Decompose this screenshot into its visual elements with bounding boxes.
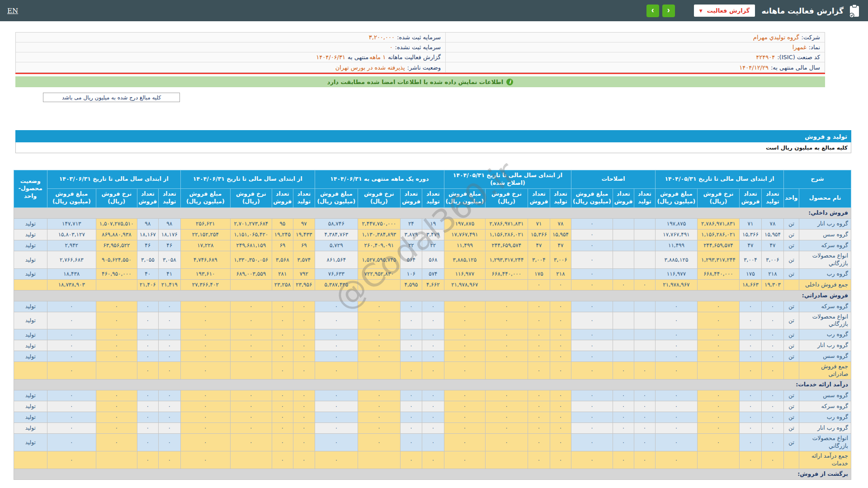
value-cell: ۰ [697,434,739,451]
value-cell: ۲۵۶,۶۲۱ [180,218,230,229]
value-cell: ۰ [422,329,444,340]
value-cell: ۱,۱۵۶,۲۸۶,۰۲۱ [485,229,528,240]
value-cell: ۰ [739,423,761,434]
value-cell: ۰ [400,312,422,329]
value-cell: ۰ [400,451,422,469]
info-value: ۴۲۴۹۰۴ [756,54,775,61]
status-cell: تولید [14,229,47,240]
value-cell [358,451,400,469]
value-cell [634,240,655,251]
value-cell: ۰ [180,362,230,380]
header-subcolumn: مبلغ فروش (میلیون ریال) [571,188,613,207]
value-cell: ۰ [485,340,528,351]
value-cell: ۰ [613,412,634,423]
value-cell: ۰ [158,434,180,451]
value-cell: ۶۶۸,۴۴۰,۰۰۰ [697,268,739,279]
value-cell: ۰ [358,301,400,312]
value-cell: ۱۱,۴۹۹ [655,240,697,251]
status-cell: تولید [14,312,47,329]
value-cell [613,351,634,362]
table-row: گروه سستن۱۵,۹۵۴۱۵,۳۶۶۱,۱۵۶,۲۸۶,۰۲۱۱۷,۷۶۷… [14,229,851,240]
report-nav-buttons: › ‹ [646,5,675,17]
value-cell: ۵,۳۸۷,۴۳۵ [315,279,358,290]
value-cell: ۰ [137,301,158,312]
value-cell: ۱,۵۲۷,۵۹۵,۷۴۵ [358,251,400,268]
value-cell: ۹۵ [272,218,293,229]
value-cell [613,329,634,340]
value-cell: ۱۹,۴۳۳ [293,229,315,240]
value-cell [613,312,634,329]
value-cell: ۰ [400,340,422,351]
value-cell: ۰ [293,412,315,423]
value-cell: ۰ [422,451,444,469]
value-cell: ۰ [761,340,783,351]
value-cell: ۰ [571,301,613,312]
value-cell: ۰ [137,340,158,351]
table-row: گروه ربتن۲۱۸۱۷۵۶۶۸,۴۴۰,۰۰۰۱۱۶,۹۷۷۰۲۱۸۱۷۵… [14,268,851,279]
header-subcolumn: تعداد تولید [422,188,444,207]
status-cell: تولید [14,412,47,423]
value-cell: ۰ [571,240,613,251]
value-cell: ۰ [528,312,550,329]
value-cell: ۰ [634,412,655,423]
value-cell: ۰ [550,351,571,362]
value-cell: ۶۶۸,۴۴۰,۰۰۰ [485,268,528,279]
report-type-dropdown[interactable]: گزارش فعالیت ▼ [694,5,755,17]
value-cell: ۱۴۷,۷۱۳ [47,218,96,229]
value-cell: ۰ [528,401,550,412]
value-cell: ۰ [613,423,634,434]
value-cell: ۰ [137,434,158,451]
value-cell: ۰ [293,362,315,380]
previous-report-button[interactable]: ‹ [646,5,659,17]
value-cell: ۶۳,۹۵۶,۵۲۲ [96,240,137,251]
value-cell: ۳,۵۶۸ [272,251,293,268]
value-cell: ۷۹۲ [293,268,315,279]
unit-cell [783,451,799,469]
value-cell: ۰ [47,329,96,340]
value-cell: ۰ [96,423,137,434]
value-cell: ۱۹,۳۰۳ [761,279,783,290]
value-cell: ۰ [550,412,571,423]
status-cell: تولید [14,218,47,229]
value-cell: ۰ [634,451,655,469]
status-cell: تولید [14,340,47,351]
value-cell: ۰ [739,362,761,380]
header-product-name: نام محصول [799,188,851,207]
value-cell: ۳,۰۰۴ [739,251,761,268]
value-cell: ۰ [739,451,761,469]
product-name-cell: گروه رب [799,268,851,279]
value-cell: ۲,۹۴۲ [47,240,96,251]
value-cell: ۰ [550,362,571,380]
production-sales-table: شرحاز ابتدای سال مالی تا تاریخ ۱۴۰۴/۰۵/۳… [14,170,851,480]
next-report-button[interactable]: › [662,5,675,17]
value-cell: ۴۶ [158,240,180,251]
table-row: انواع محصولات بازرگانيتن۳,۰۰۶۳,۰۰۴۱,۲۹۳,… [14,251,851,268]
value-cell: ۱۵,۹۵۴ [550,229,571,240]
value-cell: ۰ [272,423,293,434]
value-cell [613,301,634,312]
value-cell: ۰ [761,329,783,340]
value-cell: ۰ [550,340,571,351]
header-group-period: از ابتدای سال مالی تا تاریخ ۱۴۰۴/۰۵/۳۱ (… [444,170,571,189]
value-cell: ۰ [550,423,571,434]
language-switch-en[interactable]: EN [7,7,18,15]
header-group-period: اصلاحات [571,170,655,189]
header-subcolumn: تعداد فروش [400,188,422,207]
value-cell: ۰ [230,434,272,451]
value-cell: ۰ [400,351,422,362]
value-cell: ۰ [315,362,358,380]
value-cell [230,279,272,290]
value-cell: ۰ [697,401,739,412]
company-info-cell: کد صنعت (ISIC):۴۲۴۹۰۴ [445,52,825,62]
product-name-cell: انواع محصولات بازرگاني [799,251,851,268]
value-cell: ۰ [571,434,613,451]
value-cell: ۰ [550,329,571,340]
value-cell: ۰ [47,412,96,423]
table-row: گروه سرکهتن۰۰۰۰۰۰۰۰۰۰۰۰۰۰۰۰۰۰۰۰۰تولید [14,301,851,312]
value-cell: ۳,۰۰۶ [761,251,783,268]
value-cell [697,362,739,380]
header-subcolumn: تعداد تولید [158,188,180,207]
value-cell: ۰ [739,301,761,312]
value-cell: ۰ [697,340,739,351]
value-cell: ۱۷۵ [528,268,550,279]
